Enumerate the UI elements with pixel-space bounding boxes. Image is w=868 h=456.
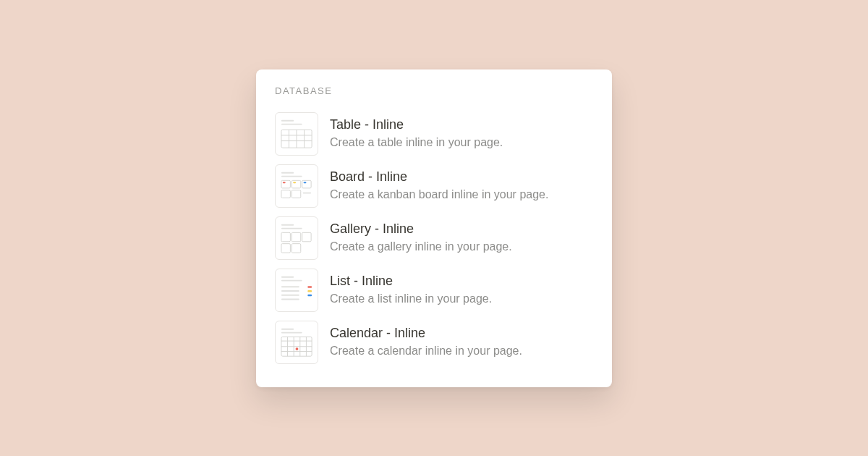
svg-rect-10 bbox=[281, 180, 290, 188]
svg-rect-8 bbox=[281, 172, 294, 173]
menu-item-desc: Create a gallery inline in your page. bbox=[330, 240, 512, 255]
svg-rect-35 bbox=[281, 328, 294, 329]
svg-rect-33 bbox=[307, 294, 312, 295]
menu-item-desc: Create a list inline in your page. bbox=[330, 292, 492, 307]
svg-rect-20 bbox=[281, 227, 302, 229]
svg-rect-14 bbox=[302, 180, 311, 188]
menu-item-title: List - Inline bbox=[330, 273, 492, 290]
svg-rect-22 bbox=[292, 232, 300, 241]
block-menu-panel: DATABASE Table - Inline Create a table i… bbox=[256, 69, 612, 387]
svg-rect-12 bbox=[292, 180, 300, 188]
svg-rect-11 bbox=[283, 182, 286, 183]
menu-item-title: Board - Inline bbox=[330, 169, 548, 185]
svg-rect-32 bbox=[281, 294, 299, 295]
svg-rect-19 bbox=[281, 224, 294, 225]
menu-item-desc: Create a calendar inline in your page. bbox=[330, 344, 522, 359]
menu-item-board-inline[interactable]: Board - Inline Create a kanban board inl… bbox=[275, 160, 593, 212]
section-header: DATABASE bbox=[275, 85, 593, 96]
menu-item-calendar-inline[interactable]: Calendar - Inline Create a calendar inli… bbox=[275, 316, 593, 368]
svg-rect-34 bbox=[281, 298, 299, 300]
svg-point-45 bbox=[296, 347, 299, 350]
board-icon bbox=[275, 164, 318, 208]
svg-rect-0 bbox=[281, 119, 294, 121]
menu-item-list-inline[interactable]: List - Inline Create a list inline in yo… bbox=[275, 264, 593, 316]
svg-rect-28 bbox=[281, 286, 299, 287]
table-icon bbox=[275, 112, 318, 156]
svg-rect-24 bbox=[281, 243, 290, 252]
calendar-icon bbox=[275, 321, 318, 364]
svg-rect-17 bbox=[292, 190, 300, 198]
menu-item-gallery-inline[interactable]: Gallery - Inline Create a gallery inline… bbox=[275, 212, 593, 264]
svg-rect-30 bbox=[281, 290, 299, 292]
svg-rect-16 bbox=[281, 190, 290, 198]
svg-rect-21 bbox=[281, 232, 290, 241]
svg-rect-31 bbox=[307, 290, 312, 292]
svg-rect-1 bbox=[281, 123, 302, 124]
svg-rect-15 bbox=[304, 182, 307, 183]
menu-item-desc: Create a table inline in your page. bbox=[330, 135, 503, 151]
menu-item-desc: Create a kanban board inline in your pag… bbox=[330, 187, 548, 203]
svg-rect-25 bbox=[292, 243, 300, 252]
svg-rect-29 bbox=[307, 286, 312, 287]
svg-rect-13 bbox=[293, 182, 296, 183]
svg-rect-9 bbox=[281, 175, 302, 177]
svg-rect-36 bbox=[281, 332, 302, 333]
svg-rect-27 bbox=[281, 279, 302, 281]
menu-item-title: Gallery - Inline bbox=[330, 221, 512, 237]
menu-item-table-inline[interactable]: Table - Inline Create a table inline in … bbox=[275, 108, 593, 160]
list-icon bbox=[275, 269, 318, 312]
menu-item-title: Calendar - Inline bbox=[330, 325, 522, 342]
svg-rect-23 bbox=[302, 232, 311, 241]
svg-rect-26 bbox=[281, 276, 294, 277]
gallery-icon bbox=[275, 216, 318, 260]
menu-item-title: Table - Inline bbox=[330, 117, 503, 133]
svg-rect-18 bbox=[303, 192, 312, 193]
